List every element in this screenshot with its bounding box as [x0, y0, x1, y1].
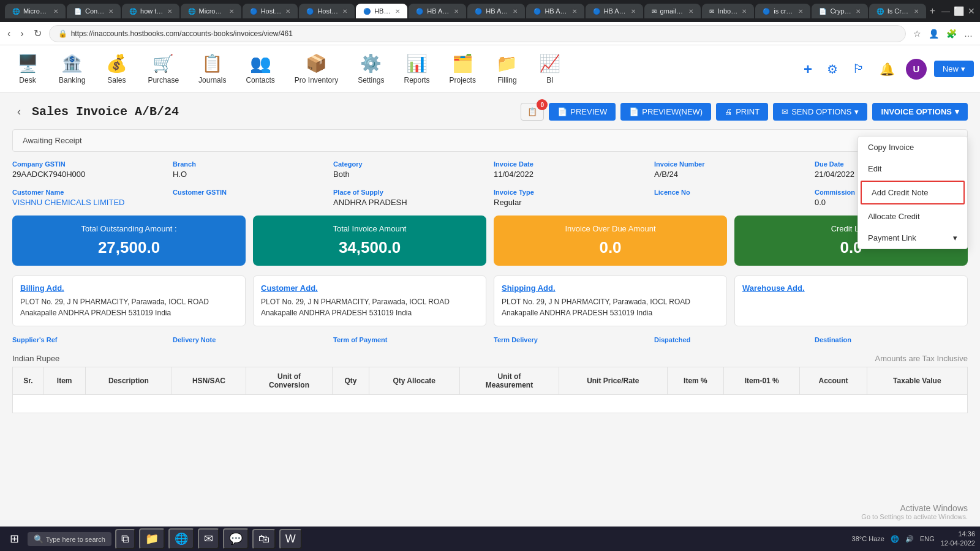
settings-dots-icon[interactable]: …: [962, 26, 975, 41]
tab-crypto-1[interactable]: 🔵 is crypto ✕: [755, 4, 810, 18]
nav-bi[interactable]: 📈 BI: [529, 48, 571, 89]
add-button[interactable]: +: [800, 57, 816, 81]
tab-howto[interactable]: 🌐 how to ... ✕: [122, 4, 179, 18]
projects-icon: 🗂️: [452, 53, 473, 73]
refresh-button[interactable]: ↻: [31, 25, 44, 42]
tab-gmail[interactable]: ✉ gmail lo... ✕: [644, 4, 701, 18]
customer-address-title[interactable]: Customer Add.: [261, 283, 478, 293]
app-nav: 🖥️ Desk 🏦 Banking 💰 Sales 🛒 Purchase 📋 J…: [0, 45, 980, 93]
term-payment-label: Term of Payment: [333, 336, 486, 343]
invoice-options-button[interactable]: INVOICE OPTIONS ▾: [872, 103, 968, 121]
avatar[interactable]: U: [906, 59, 927, 80]
tab-hbacc-4[interactable]: 🔵 HB Acc... ✕: [586, 4, 643, 18]
licence-no-field: Licence No: [654, 189, 807, 207]
desk-icon: 🖥️: [17, 53, 39, 73]
nav-filling[interactable]: 📁 Filling: [486, 48, 529, 89]
tab-hbacc-3[interactable]: 🔵 HB Acc... ✕: [526, 4, 584, 18]
invoice-title: Sales Invoice A/B/24: [32, 105, 179, 119]
preview-button[interactable]: 📄 PREVIEW: [549, 103, 616, 121]
billing-address-text: PLOT No. 29, J N PHARMACITY, Parawada, I…: [20, 296, 238, 318]
nav-proinventory[interactable]: 📦 Pro Inventory: [285, 48, 348, 89]
payment-link-item[interactable]: Payment Link ▾: [858, 227, 967, 249]
shipping-address-title[interactable]: Shipping Add.: [502, 283, 719, 293]
bi-label: BI: [546, 76, 553, 84]
warehouse-address-title[interactable]: Warehouse Add.: [742, 283, 960, 293]
total-invoice-card: Total Invoice Amount 34,500.0: [253, 216, 486, 266]
company-gstin-value: 29AADCK7940H000: [12, 170, 165, 179]
tab-hb-active[interactable]: 🔵 HB - ... ✕: [356, 4, 407, 18]
term-delivery-field: Term Delivery: [494, 336, 647, 345]
tab-hostboc-2[interactable]: 🔵 HostBoc ✕: [299, 4, 355, 18]
customer-name-value[interactable]: VISHNU CHEMICALS LIMITED: [12, 198, 165, 207]
invoice-number-value: A/B/24: [654, 170, 807, 179]
invoice-actions: 📋 0 📄 PREVIEW 📄 PREVIEW(NEW) 🖨 PRINT ✉ S…: [521, 103, 968, 121]
tab-hbacc-1[interactable]: 🔵 HB Acc... ✕: [409, 4, 466, 18]
total-invoice-label: Total Invoice Amount: [263, 224, 477, 233]
nav-desk[interactable]: 🖥️ Desk: [6, 48, 49, 89]
company-gstin-field: Company GSTIN 29AADCK7940H000: [12, 160, 165, 179]
tab-hostboc-1[interactable]: 🔵 HostBoc ✕: [243, 4, 298, 18]
back-button[interactable]: ‹: [5, 26, 13, 42]
nav-reports[interactable]: 📊 Reports: [394, 48, 440, 89]
address-bar[interactable]: 🔒 https://inaccounts.hostbooks.com/accou…: [49, 25, 906, 42]
bell-button[interactable]: 🔔: [876, 58, 899, 80]
nav-projects[interactable]: 🗂️ Projects: [440, 48, 486, 89]
tab-microsof-1[interactable]: 🌐 Microsof... ✕: [5, 4, 66, 18]
purchase-icon: 🛒: [153, 53, 174, 73]
delivery-note-field: Delivery Note: [173, 336, 326, 345]
journals-icon: 📋: [202, 53, 223, 73]
dispatched-label: Dispatched: [654, 336, 807, 343]
tab-content[interactable]: 📄 Content ✕: [67, 4, 121, 18]
term-payment-field: Term of Payment: [333, 336, 486, 345]
edit-item[interactable]: Edit: [858, 158, 967, 179]
billing-address-title[interactable]: Billing Add.: [20, 283, 238, 293]
tab-iscrypto[interactable]: 🌐 Is Crypto ✕: [869, 4, 926, 18]
add-credit-note-item[interactable]: Add Credit Note: [861, 181, 965, 204]
nav-contacts[interactable]: 👥 Contacts: [236, 48, 284, 89]
allocate-credit-item[interactable]: Allocate Credit: [858, 206, 967, 227]
copy-invoice-item[interactable]: Copy Invoice: [858, 137, 967, 158]
star-icon[interactable]: ☆: [911, 26, 924, 41]
gear-button[interactable]: ⚙: [823, 58, 842, 80]
nav-purchase[interactable]: 🛒 Purchase: [138, 48, 189, 89]
flag-button[interactable]: 🏳: [849, 58, 869, 80]
email-icon: ✉: [782, 107, 788, 116]
new-button[interactable]: New ▾: [934, 61, 974, 77]
forward-button[interactable]: ›: [18, 26, 26, 42]
tab-hbacc-2[interactable]: 🔵 HB Acc... ✕: [467, 4, 525, 18]
contacts-icon: 👥: [250, 53, 271, 73]
desk-label: Desk: [19, 76, 36, 84]
sales-icon: 💰: [106, 53, 127, 73]
overdue-label: Invoice Over Due Amount: [503, 224, 717, 233]
browser-chrome: 🌐 Microsof... ✕ 📄 Content ✕ 🌐 how to ...…: [0, 0, 980, 22]
main-content: ‹ Sales Invoice A/B/24 📋 0 📄 PREVIEW 📄 P…: [0, 93, 980, 473]
chevron-down-icon: ▾: [961, 64, 965, 73]
options-chevron-icon: ▾: [955, 107, 959, 116]
journals-label: Journals: [198, 76, 226, 84]
tab-inbox[interactable]: ✉ Inbox (8 ✕: [702, 4, 754, 18]
allocate-credit-label: Allocate Credit: [868, 212, 920, 221]
fields-grid: Company GSTIN 29AADCK7940H000 Branch H.O…: [12, 160, 968, 207]
col-qty-allocate: Qty Allocate: [369, 367, 459, 395]
nav-banking[interactable]: 🏦 Banking: [49, 48, 95, 89]
nav-journals[interactable]: 📋 Journals: [189, 48, 236, 89]
tab-microsof-2[interactable]: 🌐 Microsof... ✕: [181, 4, 241, 18]
nav-settings[interactable]: ⚙️ Settings: [348, 48, 394, 89]
col-description: Description: [85, 367, 172, 395]
customer-gstin-label: Customer GSTIN: [173, 189, 326, 196]
send-options-button[interactable]: ✉ SEND OPTIONS ▾: [773, 103, 867, 121]
place-of-supply-label: Place of Supply: [333, 189, 486, 196]
overdue-card: Invoice Over Due Amount 0.0: [494, 216, 727, 266]
nav-sales[interactable]: 💰 Sales: [95, 48, 138, 89]
address-text: https://inaccounts.hostbooks.com/account…: [71, 29, 293, 38]
profile-icon[interactable]: 👤: [926, 26, 941, 41]
customer-gstin-field: Customer GSTIN: [173, 189, 326, 207]
add-credit-note-label: Add Credit Note: [872, 188, 929, 197]
back-invoice-button[interactable]: ‹: [12, 103, 26, 121]
company-gstin-label: Company GSTIN: [12, 160, 165, 168]
tab-crypto-2[interactable]: 📄 Crypto A ✕: [812, 4, 867, 18]
extension-icon[interactable]: 🧩: [944, 26, 959, 41]
address-grid: Billing Add. PLOT No. 29, J N PHARMACITY…: [12, 276, 968, 326]
preview-new-button[interactable]: 📄 PREVIEW(NEW): [620, 103, 711, 121]
print-button[interactable]: 🖨 PRINT: [716, 103, 768, 121]
